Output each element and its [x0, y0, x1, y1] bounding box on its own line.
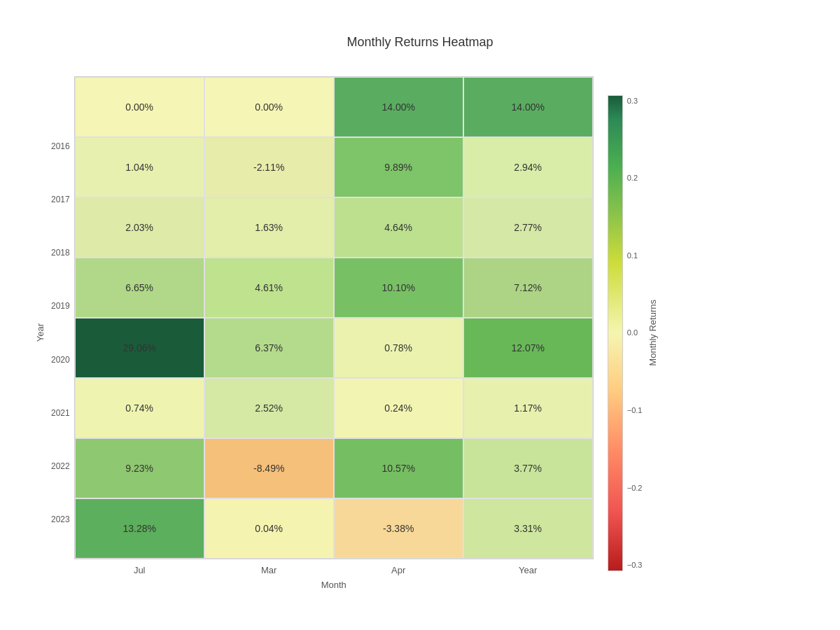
heatmap-cell: 9.23%	[75, 438, 204, 498]
colorbar-ticks: 0.30.20.10.0−0.1−0.2−0.3	[627, 95, 643, 571]
colorbar-tick: 0.3	[627, 97, 643, 105]
y-tick: 2022	[51, 440, 70, 493]
chart-body: Year 20162017201820192020202120222023 0.…	[35, 64, 805, 602]
colorbar	[608, 95, 623, 571]
x-axis-label: Month	[321, 580, 346, 590]
y-axis-ticks: 20162017201820192020202120222023	[51, 92, 70, 575]
chart-container: Monthly Returns Heatmap Year 20162017201…	[35, 28, 805, 602]
heatmap-cell: 0.00%	[75, 77, 204, 137]
heatmap-cell: 1.04%	[75, 137, 204, 197]
heatmap-cell: 1.17%	[463, 378, 593, 438]
y-tick: 2023	[51, 493, 70, 546]
heatmap-cell: 9.89%	[334, 137, 463, 197]
y-tick: 2019	[51, 279, 70, 332]
y-axis-label: Year	[35, 323, 46, 342]
heatmap-cell: 12.07%	[463, 318, 593, 378]
heatmap-cell: 1.63%	[204, 197, 334, 258]
colorbar-tick: 0.2	[627, 174, 643, 182]
heatmap-cell: 0.78%	[334, 318, 463, 378]
heatmap-cell: 2.52%	[204, 378, 334, 438]
chart-title: Monthly Returns Heatmap	[346, 35, 493, 50]
x-axis: JulMarAprYear Month	[74, 562, 594, 590]
heatmap-cell: 14.00%	[463, 77, 593, 137]
x-tick: Jul	[75, 562, 204, 575]
colorbar-label: Monthly Returns	[648, 300, 658, 366]
heatmap-cell: 0.04%	[204, 498, 334, 559]
y-tick: 2021	[51, 386, 70, 440]
heatmap-cell: 4.61%	[204, 258, 334, 318]
heatmap-cell: 6.37%	[204, 318, 334, 378]
colorbar-tick: 0.1	[627, 251, 643, 260]
heatmap-cell: 4.64%	[334, 197, 463, 258]
heatmap-cell: -3.38%	[334, 498, 463, 559]
heatmap-cell: 3.31%	[463, 498, 593, 559]
colorbar-tick: −0.2	[627, 484, 643, 492]
heatmap-cell: 13.28%	[75, 498, 204, 559]
heatmap-cell: 2.77%	[463, 197, 593, 258]
heatmap-cell: 29.06%	[75, 318, 204, 378]
heatmap-cell: 10.57%	[334, 438, 463, 498]
x-ticks: JulMarAprYear	[75, 562, 593, 575]
heatmap-cell: -2.11%	[204, 137, 334, 197]
y-tick: 2018	[51, 226, 70, 279]
y-tick: 2016	[51, 120, 70, 173]
colorbar-tick: 0.0	[627, 328, 643, 337]
x-tick: Mar	[204, 562, 334, 575]
x-tick: Apr	[334, 562, 463, 575]
colorbar-container: 0.30.20.10.0−0.1−0.2−0.3 Monthly Returns	[608, 92, 659, 575]
y-tick: 2017	[51, 173, 70, 226]
heatmap-cell: 6.65%	[75, 258, 204, 318]
heatmap-cell: 2.94%	[463, 137, 593, 197]
heatmap-cell: 7.12%	[463, 258, 593, 318]
heatmap-cell: 10.10%	[334, 258, 463, 318]
heatmap-cell: 14.00%	[334, 77, 463, 137]
heatmap-cell: 3.77%	[463, 438, 593, 498]
heatmap-and-colorbar: 0.00%0.00%14.00%14.00%1.04%-2.11%9.89%2.…	[74, 76, 805, 590]
heatmap-cell: -8.49%	[204, 438, 334, 498]
heatmap-cell: 0.74%	[75, 378, 204, 438]
heatmap-wrap: 0.00%0.00%14.00%14.00%1.04%-2.11%9.89%2.…	[74, 76, 594, 590]
heatmap-cell: 0.00%	[204, 77, 334, 137]
heatmap-cell: 2.03%	[75, 197, 204, 258]
heatmap-grid: 0.00%0.00%14.00%14.00%1.04%-2.11%9.89%2.…	[74, 76, 594, 559]
y-tick: 2020	[51, 333, 70, 386]
colorbar-tick: −0.3	[627, 561, 643, 569]
heatmap-cell: 0.24%	[334, 378, 463, 438]
colorbar-tick: −0.1	[627, 406, 643, 414]
x-tick: Year	[463, 562, 593, 575]
